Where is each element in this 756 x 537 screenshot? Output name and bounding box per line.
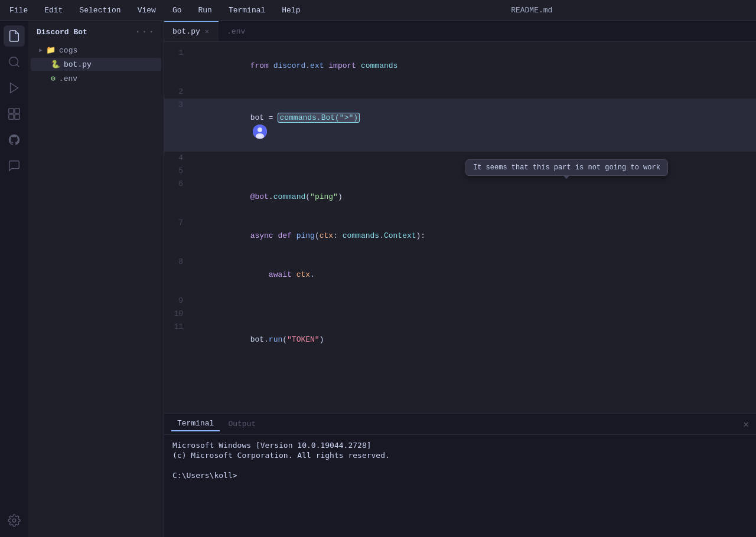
menu-terminal[interactable]: Terminal bbox=[225, 4, 269, 17]
line-num-8: 8 bbox=[164, 256, 195, 268]
menu-go[interactable]: Go bbox=[169, 4, 185, 17]
svg-line-1 bbox=[17, 64, 19, 67]
readme-tab: README.md bbox=[511, 6, 552, 15]
code-editor[interactable]: 1 from discord.ext import commands 2 3 b… bbox=[164, 42, 756, 413]
svg-rect-6 bbox=[15, 114, 19, 119]
menu-file[interactable]: File bbox=[6, 4, 31, 17]
tab-env[interactable]: .env bbox=[219, 21, 253, 41]
highlighted-code: commands.Bot(">") bbox=[278, 113, 360, 123]
line-num-9: 9 bbox=[164, 294, 195, 307]
svg-point-7 bbox=[12, 519, 16, 522]
menu-view[interactable]: View bbox=[134, 4, 159, 17]
terminal-tab-terminal[interactable]: Terminal bbox=[171, 417, 220, 431]
tooltip-text: It seems that this part is not going to … bbox=[473, 163, 660, 172]
terminal-line-3 bbox=[172, 461, 748, 470]
project-title: Discord Bot bbox=[37, 28, 87, 37]
code-line-7: 7 async def ping(ctx: commands.Context): bbox=[164, 217, 756, 256]
sidebar-header: Discord Bot ··· bbox=[28, 21, 164, 43]
menu-selection[interactable]: Selection bbox=[76, 4, 124, 17]
svg-point-9 bbox=[258, 127, 262, 132]
chevron-right-icon: ▶ bbox=[39, 47, 43, 54]
menu-help[interactable]: Help bbox=[278, 4, 304, 17]
line-content-6: @bot.command("ping") bbox=[195, 178, 756, 217]
tab-botpy-label: bot.py bbox=[172, 27, 200, 36]
code-line-6: 6 @bot.command("ping") bbox=[164, 178, 756, 217]
terminal-line-2: (c) Microsoft Corporation. All rights re… bbox=[172, 451, 748, 460]
svg-rect-3 bbox=[9, 109, 14, 113]
sidebar-item-env[interactable]: ⚙ .env bbox=[31, 72, 161, 85]
line-num-10: 10 bbox=[164, 307, 195, 320]
explorer-icon[interactable] bbox=[4, 25, 25, 47]
activity-bar bbox=[0, 21, 28, 537]
line-num-5: 5 bbox=[164, 165, 195, 178]
tab-env-label: .env bbox=[227, 27, 245, 36]
folder-icon: 📁 bbox=[46, 45, 56, 55]
code-line-10: 10 bbox=[164, 307, 756, 320]
env-file-icon: ⚙ bbox=[51, 74, 56, 83]
terminal-line-1: Microsoft Windows [Version 10.0.19044.27… bbox=[172, 441, 748, 450]
terminal-tab-output[interactable]: Output bbox=[222, 417, 262, 431]
code-line-1: 1 from discord.ext import commands bbox=[164, 47, 756, 86]
line-num-2: 2 bbox=[164, 86, 195, 99]
line-content-8: await ctx. bbox=[195, 256, 756, 294]
line-num-11: 11 bbox=[164, 320, 195, 333]
menu-edit[interactable]: Edit bbox=[41, 4, 66, 17]
line-content-3: bot = commands.Bot(">") bbox=[195, 99, 756, 152]
terminal-tabs: Terminal Output ✕ bbox=[164, 414, 756, 435]
extensions-icon[interactable] bbox=[4, 103, 25, 125]
terminal-content: Microsoft Windows [Version 10.0.19044.27… bbox=[164, 435, 756, 537]
terminal-area: Terminal Output ✕ Microsoft Windows [Ver… bbox=[164, 413, 756, 537]
github-icon[interactable] bbox=[4, 129, 25, 150]
sidebar-item-cogs[interactable]: ▶ 📁 cogs bbox=[31, 44, 161, 57]
settings-icon[interactable] bbox=[4, 510, 25, 531]
svg-point-0 bbox=[9, 57, 18, 66]
terminal-close-button[interactable]: ✕ bbox=[743, 418, 749, 430]
menu-run[interactable]: Run bbox=[194, 4, 215, 17]
cogs-folder-label: cogs bbox=[59, 46, 77, 55]
code-line-8: 8 await ctx. bbox=[164, 256, 756, 294]
line-num-4: 4 bbox=[164, 152, 195, 165]
line-content-1: from discord.ext import commands bbox=[195, 47, 756, 86]
code-line-2: 2 bbox=[164, 86, 756, 99]
editor-content: 1 from discord.ext import commands 2 3 b… bbox=[164, 42, 756, 537]
search-icon[interactable] bbox=[4, 51, 25, 73]
code-line-3: 3 bot = commands.Bot(">") bbox=[164, 99, 756, 152]
file-icon: 🐍 bbox=[51, 60, 60, 69]
run-icon[interactable] bbox=[4, 77, 25, 99]
line-num-7: 7 bbox=[164, 217, 195, 230]
line-content-7: async def ping(ctx: commands.Context): bbox=[195, 217, 756, 256]
avatar bbox=[253, 125, 267, 139]
line-num-1: 1 bbox=[164, 47, 195, 60]
menu-bar: File Edit Selection View Go Run Terminal… bbox=[0, 0, 756, 21]
env-label: .env bbox=[59, 74, 77, 83]
code-line-11: 11 bot.run("TOKEN") bbox=[164, 320, 756, 359]
svg-rect-5 bbox=[9, 114, 14, 119]
svg-marker-2 bbox=[11, 83, 18, 93]
code-line-9: 9 bbox=[164, 294, 756, 307]
sidebar: Discord Bot ··· ▶ 📁 cogs 🐍 bot.py ⚙ .env bbox=[28, 21, 164, 537]
editor-area: bot.py ✕ .env 1 from discord.ext import … bbox=[164, 21, 756, 537]
main-layout: Discord Bot ··· ▶ 📁 cogs 🐍 bot.py ⚙ .env… bbox=[0, 21, 756, 537]
tooltip: It seems that this part is not going to … bbox=[465, 159, 668, 176]
chat-icon[interactable] bbox=[4, 155, 25, 176]
sidebar-item-botpy[interactable]: 🐍 bot.py bbox=[31, 58, 161, 71]
svg-rect-4 bbox=[15, 109, 19, 113]
terminal-prompt[interactable]: C:\Users\koll> bbox=[172, 471, 748, 480]
line-num-3: 3 bbox=[164, 99, 195, 112]
sidebar-more-button[interactable]: ··· bbox=[135, 27, 155, 37]
tab-bar: bot.py ✕ .env bbox=[164, 21, 756, 42]
line-num-6: 6 bbox=[164, 178, 195, 191]
tab-botpy-close[interactable]: ✕ bbox=[204, 26, 210, 37]
tab-botpy[interactable]: bot.py ✕ bbox=[164, 21, 219, 41]
botpy-label: bot.py bbox=[64, 60, 92, 69]
line-content-11: bot.run("TOKEN") bbox=[195, 320, 756, 359]
